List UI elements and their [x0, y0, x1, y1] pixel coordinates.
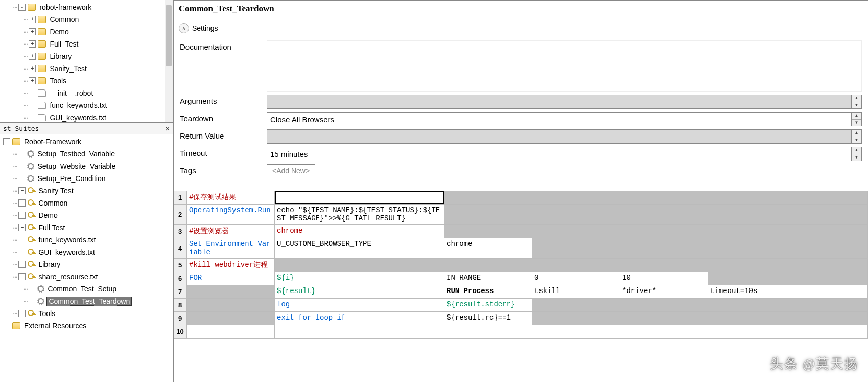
- tree-item[interactable]: ⋯__init__.robot: [0, 87, 173, 99]
- tree-item[interactable]: ⋯GUI_keywords.txt: [0, 246, 173, 258]
- grid-cell[interactable]: [708, 272, 868, 285]
- tree-item[interactable]: ⋯+Common: [0, 13, 173, 26]
- tree-item[interactable]: ⋯+Library: [0, 258, 173, 271]
- row-number[interactable]: 10: [174, 325, 187, 338]
- tree-item[interactable]: ⋯-robot-framework: [0, 1, 173, 13]
- tree-item[interactable]: ⋯+Demo: [0, 26, 173, 38]
- tree-item[interactable]: ⋯+Full Test: [0, 221, 173, 234]
- collapse-settings-icon[interactable]: ∧: [179, 23, 189, 33]
- expand-icon[interactable]: +: [29, 77, 36, 84]
- grid-cell[interactable]: [532, 238, 620, 258]
- grid-cell[interactable]: [275, 191, 444, 204]
- grid-cell[interactable]: FOR: [187, 272, 275, 285]
- grid-cell[interactable]: [444, 259, 532, 272]
- tree-item[interactable]: ⋯Setup_Pre_Condition: [0, 172, 173, 185]
- expand-icon[interactable]: +: [29, 40, 36, 48]
- tree-item[interactable]: ⋯+Tools: [0, 307, 173, 320]
- grid-cell[interactable]: IN RANGE: [444, 272, 532, 285]
- tree-item[interactable]: ⋯Common_Test_Setup: [0, 283, 173, 295]
- close-icon[interactable]: ✕: [166, 124, 170, 132]
- grid-cell[interactable]: echo "${TEST_NAME}:${TEST_STATUS}:${TEST…: [275, 205, 444, 224]
- row-number[interactable]: 9: [174, 312, 187, 325]
- grid-cell[interactable]: [532, 225, 620, 238]
- row-number[interactable]: 3: [174, 225, 187, 238]
- grid-cell[interactable]: #kill webdriver进程: [187, 259, 275, 272]
- row-number[interactable]: 4: [174, 238, 187, 258]
- tree-item[interactable]: ⋯Common_Test_Teardown: [0, 295, 173, 307]
- grid-cell[interactable]: [708, 191, 868, 204]
- expand-icon[interactable]: +: [29, 16, 36, 23]
- row-number[interactable]: 7: [174, 285, 187, 298]
- grid-cell[interactable]: ${result}: [275, 285, 444, 298]
- return-spinner[interactable]: ▲▼: [852, 129, 862, 144]
- grid-cell[interactable]: [187, 285, 275, 298]
- grid-cell[interactable]: [620, 312, 708, 325]
- grid-cell[interactable]: [708, 238, 868, 258]
- collapse-icon[interactable]: -: [18, 4, 26, 11]
- grid-cell[interactable]: [532, 325, 620, 338]
- tree-item[interactable]: ⋯func_keywords.txt: [0, 99, 173, 111]
- tree-item[interactable]: ⋯GUI_keywords.txt: [0, 111, 173, 123]
- return-value-field[interactable]: [267, 129, 852, 144]
- grid-cell[interactable]: [444, 191, 532, 204]
- add-tag-button[interactable]: <Add New>: [267, 164, 315, 177]
- grid-cell[interactable]: [532, 191, 620, 204]
- grid-cell[interactable]: [708, 312, 868, 325]
- grid-cell[interactable]: [708, 205, 868, 224]
- expand-icon[interactable]: +: [18, 224, 26, 231]
- expand-icon[interactable]: +: [18, 199, 26, 207]
- grid-cell[interactable]: [532, 312, 620, 325]
- tree-item[interactable]: External Resources: [0, 320, 173, 332]
- grid-cell[interactable]: exit for loop if: [275, 312, 444, 325]
- grid-cell[interactable]: chrome: [275, 225, 444, 238]
- grid-cell[interactable]: [620, 191, 708, 204]
- grid-cell[interactable]: 0: [532, 272, 620, 285]
- expand-icon[interactable]: +: [18, 310, 26, 317]
- row-number[interactable]: 6: [174, 272, 187, 285]
- grid-cell[interactable]: ${result.stderr}: [444, 299, 532, 311]
- teardown-spinner[interactable]: ▲▼: [852, 112, 862, 126]
- documentation-field[interactable]: [267, 40, 862, 92]
- scrollbar-vertical[interactable]: [165, 0, 173, 122]
- timeout-field[interactable]: 15 minutes: [267, 147, 852, 161]
- grid-cell[interactable]: [444, 205, 532, 224]
- grid-cell[interactable]: [444, 325, 532, 338]
- grid-cell[interactable]: [620, 259, 708, 272]
- expand-icon[interactable]: +: [29, 53, 36, 60]
- grid-cell[interactable]: Set Environment Variable: [187, 238, 275, 258]
- grid-cell[interactable]: ${result.rc}==1: [444, 312, 532, 325]
- grid-cell[interactable]: [620, 299, 708, 311]
- timeout-spinner[interactable]: ▲▼: [852, 147, 862, 161]
- tree-item[interactable]: ⋯Setup_Website_Variable: [0, 160, 173, 172]
- grid-cell[interactable]: *driver*: [620, 285, 708, 298]
- arguments-spinner[interactable]: ▲▼: [852, 95, 862, 109]
- collapse-icon[interactable]: -: [3, 138, 10, 145]
- grid-cell[interactable]: timeout=10s: [708, 285, 868, 298]
- row-number[interactable]: 2: [174, 205, 187, 224]
- tree-item[interactable]: -Robot-Framework: [0, 136, 173, 148]
- tree-item[interactable]: ⋯+Sanity_Test: [0, 62, 173, 75]
- tree-item[interactable]: ⋯func_keywords.txt: [0, 234, 173, 246]
- tree-item[interactable]: ⋯+Demo: [0, 209, 173, 221]
- expand-icon[interactable]: +: [18, 261, 26, 268]
- tree-item[interactable]: ⋯Setup_Testbed_Variable: [0, 148, 173, 160]
- tree-item[interactable]: ⋯+Library: [0, 50, 173, 62]
- expand-icon[interactable]: +: [18, 212, 26, 219]
- grid-cell[interactable]: chrome: [444, 238, 532, 258]
- grid-cell[interactable]: [620, 225, 708, 238]
- grid-cell[interactable]: [620, 238, 708, 258]
- grid-cell[interactable]: [708, 325, 868, 338]
- grid-cell[interactable]: 10: [620, 272, 708, 285]
- grid-cell[interactable]: #设置浏览器: [187, 225, 275, 238]
- tree-item[interactable]: ⋯+Tools: [0, 75, 173, 87]
- grid-cell[interactable]: [532, 299, 620, 311]
- grid-cell[interactable]: [708, 225, 868, 238]
- grid-cell[interactable]: [444, 225, 532, 238]
- teardown-field[interactable]: Close All Browsers: [267, 112, 852, 126]
- tree-item[interactable]: ⋯+Sanity Test: [0, 185, 173, 197]
- grid-cell[interactable]: ${i}: [275, 272, 444, 285]
- grid-cell[interactable]: tskill: [532, 285, 620, 298]
- grid-cell[interactable]: [187, 299, 275, 311]
- grid-cell[interactable]: OperatingSystem.Run: [187, 205, 275, 224]
- grid-cell[interactable]: RUN Process: [444, 285, 532, 298]
